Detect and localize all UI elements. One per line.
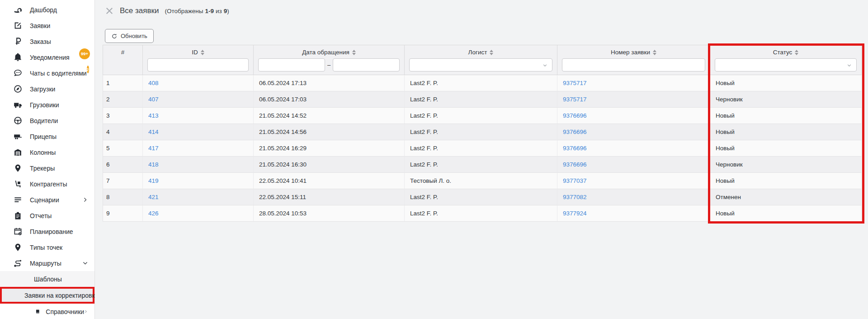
table-row: 240706.05.2024 17:03Last2 F. P.9375717Че… [103,91,862,108]
sidebar-item-point-types[interactable]: Типы точек [0,239,94,255]
column-header-status[interactable]: Статус [710,45,862,59]
request-number-link[interactable]: 9377924 [563,210,587,217]
id-link[interactable]: 414 [148,129,159,135]
request-number-link[interactable]: 9377082 [563,194,587,200]
sidebar-item-trackers[interactable]: Трекеры [0,160,94,176]
cell-number: 9376696 [557,140,710,157]
cell-num: 5 [103,140,143,157]
id-link[interactable]: 421 [148,194,159,200]
dashboard-swan-icon [14,5,22,14]
id-link[interactable]: 417 [148,145,159,152]
sort-icon[interactable] [352,50,356,55]
id-link[interactable]: 418 [148,161,159,168]
location-pin-icon [14,243,22,252]
request-number-link[interactable]: 9376696 [563,129,587,135]
sort-icon[interactable] [653,50,656,55]
cell-id: 418 [143,157,254,173]
sidebar-item-label: Типы точек [30,244,62,251]
request-number-link[interactable]: 9375717 [563,96,587,103]
cell-status: Новый [710,173,862,189]
sidebar-item-label: Отчеты [30,212,52,219]
refresh-button[interactable]: Обновить [105,29,154,43]
sidebar-item-label: Сценарии [30,196,59,204]
chevron-down-icon [542,62,548,68]
id-link[interactable]: 419 [148,177,159,184]
sidebar-item-requests[interactable]: Заявки [0,18,94,33]
column-header-logist[interactable]: Логист [405,45,557,59]
filter-cell-number [557,59,710,75]
cell-status: Новый [710,124,862,140]
sidebar-item-drivers[interactable]: Водители [0,113,94,129]
cell-number: 9376696 [557,157,710,173]
sidebar-item-planning[interactable]: Планирование [0,224,94,239]
id-link[interactable]: 407 [148,96,159,103]
cell-id: 414 [143,124,254,140]
filter-cell-status [710,59,862,75]
truck-icon [14,100,22,109]
table-row: 541721.05.2024 16:29Last2 F. P.9376696Но… [103,140,862,157]
cell-date: 21.05.2024 14:52 [254,108,405,124]
table-row: 641821.05.2024 16:30Last2 F. P.9376696Че… [103,157,862,173]
logist-filter-select[interactable] [409,58,552,71]
cell-date: 21.05.2024 14:56 [254,124,405,140]
request-number-link[interactable]: 9376696 [563,161,587,168]
column-label: # [121,49,125,56]
id-link[interactable]: 408 [148,80,159,86]
sidebar-item-directories[interactable]: Справочники [0,304,94,319]
sort-icon[interactable] [490,50,493,55]
date-from-filter-input[interactable] [258,58,325,71]
request-number-link[interactable]: 9376696 [563,145,587,152]
sidebar-item-columns[interactable]: Колонны [0,144,94,160]
column-header-date[interactable]: Дата обращения [254,45,405,59]
sidebar-item-reports[interactable]: Отчеты [0,208,94,224]
date-to-filter-input[interactable] [333,58,400,71]
number-filter-input[interactable] [562,58,705,71]
sidebar-item-routes[interactable]: Маршруты [0,255,94,271]
sidebar-item-counterparties[interactable]: Контрагенты [0,176,94,192]
column-label: Логист [468,49,487,56]
cell-num: 4 [103,124,143,140]
sidebar-item-scenarios[interactable]: Сценарии [0,192,94,208]
sort-icon[interactable] [201,50,204,55]
sidebar-item-trailers[interactable]: Прицепы [0,129,94,144]
id-filter-input[interactable] [147,58,249,71]
sidebar-item-label: Заявки [30,22,50,29]
route-icon [14,259,22,267]
book-icon [35,308,40,315]
table-row: 140806.05.2024 17:13Last2 F. P.9375717Но… [103,75,862,91]
request-number-link[interactable]: 9375717 [563,80,587,86]
cell-id: 417 [143,140,254,157]
cell-status: Новый [710,108,862,124]
table-row: 741922.05.2024 10:41Тестовый Л. о.937703… [103,173,862,189]
sidebar-item-correction-requests[interactable]: Заявки на корректировку [0,287,94,304]
sidebar-item-notifications[interactable]: Уведомления99+ [0,49,94,65]
cell-status: Новый [710,205,862,222]
notification-badge: 99+ [79,48,90,59]
sidebar-item-dashboard[interactable]: Дашборд [0,2,94,18]
close-icon[interactable] [105,6,114,15]
sidebar-item-loads[interactable]: Загрузки [0,81,94,97]
sort-icon[interactable] [795,50,798,55]
table-row: 441421.05.2024 14:56Last2 F. P.9376696Но… [103,124,862,140]
sidebar-item-label: Заявки на корректировку [24,292,98,299]
chat-icon [14,69,22,77]
sidebar-item-label: Трекеры [30,165,55,172]
request-number-link[interactable]: 9377037 [563,177,587,184]
request-number-link[interactable]: 9376696 [563,112,587,119]
filter-cell-id [143,59,254,75]
cell-logist: Last2 F. P. [405,91,557,108]
cell-number: 9375717 [557,75,710,91]
id-link[interactable]: 413 [148,112,159,119]
sidebar-item-label: Маршруты [30,260,61,267]
count-range: 1-9 [205,8,214,14]
sidebar-item-driver-chats[interactable]: Чаты с водителями2 [0,65,94,81]
id-link[interactable]: 426 [148,210,159,217]
sidebar-item-trucks[interactable]: Грузовики [0,97,94,113]
cell-logist: Last2 F. P. [405,205,557,222]
status-filter-select[interactable] [715,58,857,71]
sidebar-item-orders[interactable]: Заказы [0,33,94,49]
sidebar-item-templates[interactable]: Шаблоны [0,271,94,287]
sidebar-nav: ДашбордЗаявкиЗаказыУведомления99+Чаты с … [0,0,94,271]
column-header-id[interactable]: ID [143,45,254,59]
column-header-number[interactable]: Номер заявки [557,45,710,59]
